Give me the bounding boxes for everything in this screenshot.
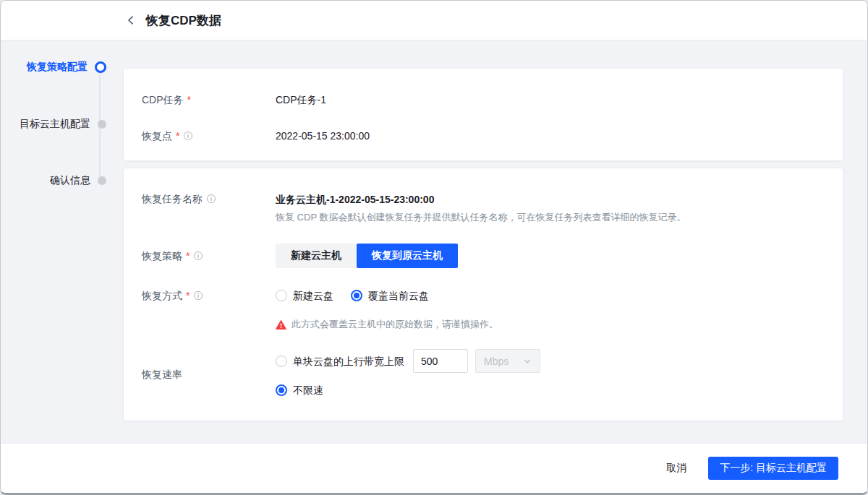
step-label: 恢复策略配置 [27,61,88,74]
strategy-option-original-host-button[interactable]: 恢复到原云主机 [357,244,458,268]
restore-options-card: 恢复任务名称 业务云主机-1-2022-05-15-23:00:00 恢复 CD… [124,168,843,421]
stepper-step-strategy: 恢复策略配置 [27,60,106,74]
warning-text: 此方式会覆盖云主机中的原始数据，请谨慎操作。 [292,317,498,332]
wizard-footer: 取消 下一步: 目标云主机配置 [1,443,867,493]
cancel-button[interactable]: 取消 [666,462,686,475]
method-option-overwrite-disk-radio[interactable]: 覆盖当前云盘 [351,288,429,303]
strategy-label: 恢复策略 * [142,249,276,263]
radio-checked-icon [351,290,362,301]
cdp-task-value: CDP任务-1 [276,92,326,108]
next-step-button[interactable]: 下一步: 目标云主机配置 [708,457,838,480]
task-name-value-block: 业务云主机-1-2022-05-15-23:00:00 恢复 CDP 数据会默认… [276,191,686,225]
bandwidth-unit-select[interactable]: Mbps [475,349,540,373]
rate-bandwidth-limit-radio[interactable]: 单块云盘的上行带宽上限 [276,354,404,369]
radio-icon [276,290,287,301]
method-label: 恢复方式 * [142,288,276,303]
step-label: 确认信息 [50,174,90,187]
task-name-value: 业务云主机-1-2022-05-15-23:00:00 [276,191,686,207]
restore-point-row: 恢复点 * 2022-05-15 23:00:00 [142,128,825,144]
method-radio-group: 新建云盘 覆盖当前云盘 [276,288,429,303]
strategy-toggle-group: 新建云主机 恢复到原云主机 [276,244,458,268]
restore-cdp-window: 恢复CDP数据 恢复策略配置 目标云主机配置 确认信息 [0,0,868,495]
radio-icon [276,356,287,367]
task-name-label: 恢复任务名称 [142,191,276,206]
rate-label: 恢复速率 [142,367,276,382]
strategy-row: 恢复策略 * 新建云主机 恢复到原云主机 [142,244,825,268]
rate-unlimited-line: 不限速 [276,383,540,399]
required-mark: * [186,249,190,263]
step-active-ring-icon [95,61,106,73]
strategy-option-new-host-button[interactable]: 新建云主机 [276,244,357,268]
task-name-row: 恢复任务名称 业务云主机-1-2022-05-15-23:00:00 恢复 CD… [142,191,825,225]
restore-point-label: 恢复点 * [142,128,276,144]
step-dot-icon [98,176,106,185]
bandwidth-value-input[interactable] [413,349,468,373]
restore-point-value: 2022-05-15 23:00:00 [276,128,370,144]
rate-bandwidth-line: 单块云盘的上行带宽上限 Mbps [276,349,540,373]
info-icon[interactable] [193,290,203,301]
main-content: CDP任务 * CDP任务-1 恢复点 * [124,40,867,443]
page-title: 恢复CDP数据 [146,12,221,29]
chevron-down-icon [523,357,532,366]
rate-options-block: 单块云盘的上行带宽上限 Mbps [276,349,540,399]
source-info-card: CDP任务 * CDP任务-1 恢复点 * [124,69,843,160]
warning-triangle-icon [276,319,286,330]
bandwidth-unit-value: Mbps [484,356,509,367]
rate-row: 恢复速率 单块云盘的上行带宽上限 Mbps [142,349,825,399]
info-icon[interactable] [193,251,203,261]
page-header: 恢复CDP数据 [1,1,867,40]
required-mark: * [176,129,179,143]
stepper-step-target-host: 目标云主机配置 [20,117,106,132]
cdp-task-label: CDP任务 * [142,92,276,108]
task-name-helper: 恢复 CDP 数据会默认创建恢复任务并提供默认任务名称，可在恢复任务列表查看详细… [276,210,686,225]
cdp-task-row: CDP任务 * CDP任务-1 [142,92,825,108]
chevron-left-icon [125,14,137,26]
page-body: 恢复策略配置 目标云主机配置 确认信息 CDP任务 * [1,40,867,443]
rate-unlimited-radio[interactable]: 不限速 [276,383,323,397]
step-label: 目标云主机配置 [20,118,90,131]
info-icon[interactable] [183,131,193,141]
step-dot-icon [98,120,106,129]
method-row: 恢复方式 * 新建云盘 [142,288,825,303]
stepper-step-confirm: 确认信息 [50,173,106,188]
stepper: 恢复策略配置 目标云主机配置 确认信息 [1,40,124,443]
method-option-new-disk-radio[interactable]: 新建云盘 [276,288,333,303]
required-mark: * [186,288,190,303]
info-icon[interactable] [206,194,216,204]
radio-checked-icon [276,384,287,396]
required-mark: * [187,92,191,107]
overwrite-warning: 此方式会覆盖云主机中的原始数据，请谨慎操作。 [276,317,825,332]
back-button[interactable] [124,13,138,27]
